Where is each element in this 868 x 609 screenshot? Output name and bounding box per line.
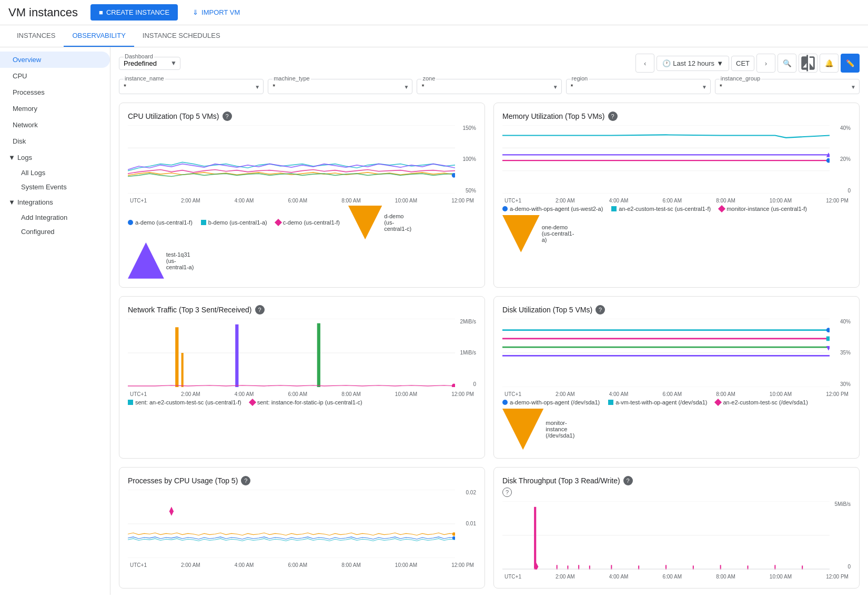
sidebar-item-overview[interactable]: Overview	[0, 52, 110, 68]
sidebar: Overview CPU Processes Memory Network Di…	[0, 47, 110, 595]
filter-zone[interactable]: zone * ▼	[417, 79, 561, 94]
memory-chart-svg	[502, 125, 830, 194]
svg-marker-6	[128, 242, 164, 279]
filter-arrow-icon: ▼	[255, 84, 260, 89]
svg-point-11	[826, 158, 830, 163]
tab-observability[interactable]: OBSERVABILITY	[64, 25, 134, 47]
page-title: VM instances	[8, 6, 78, 19]
memory-x-axis: UTC+1 2:00 AM 4:00 AM 6:00 AM 8:00 AM 10…	[502, 198, 851, 204]
filter-row: instance_name * ▼ machine_type * ▼ zone …	[119, 79, 860, 94]
sidebar-section-integrations[interactable]: ▼ Integrations	[0, 194, 110, 210]
create-instance-button[interactable]: ■ CREATE INSTANCE	[90, 4, 178, 21]
bell-icon: 🔔	[825, 59, 834, 67]
time-range-button[interactable]: 🕐 Last 12 hours ▼	[657, 56, 729, 71]
sidebar-item-network[interactable]: Network	[0, 117, 110, 133]
add-icon: ■	[99, 8, 103, 16]
filter-instance-group[interactable]: instance_group * ▼	[715, 79, 860, 94]
cpu-x-axis: UTC+1 2:00 AM 4:00 AM 6:00 AM 8:00 AM 10…	[128, 198, 476, 204]
sidebar-item-cpu[interactable]: CPU	[0, 68, 110, 84]
filter-arrow-icon-2: ▼	[404, 84, 409, 89]
disk-throughput-chart-svg	[502, 501, 830, 570]
memory-help-icon[interactable]: ?	[608, 111, 618, 121]
chart-network: Network Traffic (Top 3 Sent/Received) ? …	[119, 296, 485, 459]
chart-disk: Disk Utilization (Top 5 VMs) ? 40% 35% 3…	[493, 296, 860, 459]
sidebar-item-system-events[interactable]: System Events	[0, 180, 110, 194]
network-legend: sent: an-e2-custom-test-sc (us-central1-…	[128, 399, 476, 405]
cpu-chart-area: 150% 100% 50%	[128, 125, 476, 194]
disk-throughput-help-icon[interactable]: ?	[623, 476, 633, 485]
disk-throughput-info-icon[interactable]: ?	[502, 488, 512, 497]
sidebar-item-processes[interactable]: Processes	[0, 84, 110, 100]
disk-throughput-chart-area: 5MiB/s 0	[502, 501, 851, 570]
chart-processes: Processes by CPU Usage (Top 5) ? 0.02 0.…	[119, 467, 485, 588]
memory-legend: a-demo-with-ops-agent (us-west2-a) an-e2…	[502, 206, 851, 252]
import-vm-button[interactable]: ⇓ IMPORT VM	[186, 4, 246, 21]
disk-chart-area: 40% 35% 30%	[502, 319, 851, 387]
sidebar-item-memory[interactable]: Memory	[0, 100, 110, 117]
cpu-legend: a-demo (us-central1-f) b-demo (us-centra…	[128, 206, 476, 279]
time-next-button[interactable]: ›	[756, 54, 775, 73]
svg-point-33	[452, 533, 455, 536]
filter-arrow-icon-5: ▼	[851, 84, 856, 89]
svg-marker-27	[826, 346, 830, 351]
filter-instance-name[interactable]: instance_name * ▼	[119, 79, 264, 94]
pencil-icon: ✏️	[846, 59, 855, 67]
search-icon: 🔍	[783, 59, 792, 67]
network-x-axis: UTC+1 2:00 AM 4:00 AM 6:00 AM 8:00 AM 10…	[128, 391, 476, 397]
filter-region[interactable]: region * ▼	[566, 79, 711, 94]
dashboard-select[interactable]: Dashboard Predefined ▼	[119, 57, 180, 70]
svg-marker-32	[169, 507, 174, 516]
sidebar-item-configured[interactable]: Configured	[0, 225, 110, 239]
charts-grid: CPU Utilization (Top 5 VMs) ? 150% 100% …	[119, 103, 860, 588]
svg-point-25	[826, 328, 830, 332]
sidebar-section-logs[interactable]: ▼ Logs	[0, 149, 110, 166]
sidebar-item-all-logs[interactable]: All Logs	[0, 166, 110, 180]
network-chart-svg	[128, 319, 455, 387]
svg-marker-13	[502, 215, 540, 252]
disk-throughput-x-axis: UTC+1 2:00 AM 4:00 AM 6:00 AM 8:00 AM 10…	[502, 574, 851, 580]
dropdown-icon: ▼	[716, 59, 723, 67]
processes-x-axis: UTC+1 2:00 AM 4:00 AM 6:00 AM 8:00 AM 10…	[128, 562, 476, 568]
svg-point-21	[452, 384, 455, 388]
filter-machine-type[interactable]: machine_type * ▼	[268, 79, 412, 94]
disk-x-axis: UTC+1 2:00 AM 4:00 AM 6:00 AM 8:00 AM 10…	[502, 391, 851, 397]
search-button[interactable]: 🔍	[778, 54, 796, 73]
compare-button[interactable]	[799, 54, 817, 73]
filter-arrow-icon-3: ▼	[553, 84, 558, 89]
sidebar-item-add-integration[interactable]: Add Integration	[0, 210, 110, 225]
tabs-bar: INSTANCES OBSERVABILITY INSTANCE SCHEDUL…	[0, 25, 868, 47]
chevron-down-icon: ▼	[8, 154, 15, 161]
tab-instances[interactable]: INSTANCES	[8, 25, 64, 47]
processes-help-icon[interactable]: ?	[241, 476, 250, 485]
disk-help-icon[interactable]: ?	[596, 305, 605, 314]
alert-button[interactable]: 🔔	[820, 54, 839, 73]
chart-cpu: CPU Utilization (Top 5 VMs) ? 150% 100% …	[119, 103, 485, 288]
disk-legend: a-demo-with-ops-agent (/dev/sda1) a-vm-t…	[502, 399, 851, 450]
svg-rect-26	[826, 337, 830, 341]
chart-disk-throughput: Disk Throughput (Top 3 Read/Write) ? ? 5…	[493, 467, 860, 588]
disk-chart-svg	[502, 319, 830, 387]
select-arrow-icon: ▼	[170, 59, 177, 67]
memory-chart-area: 40% 20% 0	[502, 125, 851, 194]
processes-chart-svg	[128, 490, 455, 558]
network-chart-area: 2MiB/s 1MiB/s 0	[128, 319, 476, 387]
import-icon: ⇓	[193, 8, 198, 16]
chart-memory: Memory Utilization (Top 5 VMs) ? 40% 20%…	[493, 103, 860, 288]
tab-instance-schedules[interactable]: INSTANCE SCHEDULES	[134, 25, 229, 47]
svg-marker-28	[502, 409, 543, 450]
svg-marker-5	[348, 206, 382, 239]
sidebar-item-disk[interactable]: Disk	[0, 133, 110, 149]
timezone-button[interactable]: CET	[731, 56, 754, 71]
edit-button[interactable]: ✏️	[841, 54, 860, 73]
compare-icon	[799, 54, 817, 72]
cpu-help-icon[interactable]: ?	[223, 111, 232, 121]
clock-icon: 🕐	[662, 59, 671, 67]
network-help-icon[interactable]: ?	[255, 305, 265, 314]
main-content: Dashboard Predefined ▼ ‹ 🕐 Last 12 hours…	[110, 47, 868, 595]
cpu-chart-svg	[128, 125, 455, 194]
filter-arrow-icon-4: ▼	[702, 84, 707, 89]
processes-chart-area: 0.02 0.01	[128, 490, 476, 558]
time-prev-button[interactable]: ‹	[635, 54, 654, 73]
chevron-down-icon-2: ▼	[8, 198, 15, 206]
